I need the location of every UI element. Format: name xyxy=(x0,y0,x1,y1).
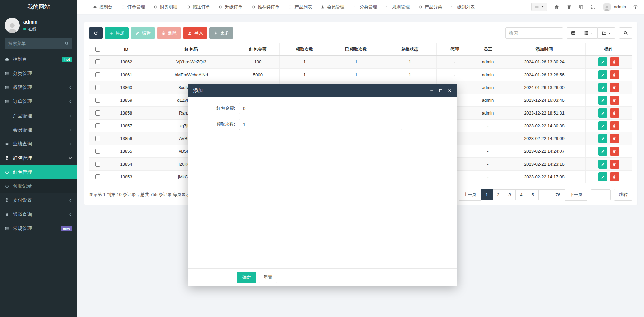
row-edit-button[interactable] xyxy=(598,134,607,143)
row-edit-button[interactable] xyxy=(598,160,607,169)
row-delete-button[interactable] xyxy=(610,134,619,143)
pagination-page-2[interactable]: 2 xyxy=(493,189,504,200)
row-delete-button[interactable] xyxy=(610,70,619,79)
sidebar-item-payment[interactable]: 支付设置 xyxy=(0,193,77,208)
sidebar-item-category[interactable]: 分类管理 xyxy=(0,66,77,81)
pagination-jump-input[interactable] xyxy=(591,189,611,200)
row-edit-button[interactable] xyxy=(598,70,607,79)
row-edit-button[interactable] xyxy=(598,83,607,92)
sidebar-item-auth[interactable]: 权限管理 xyxy=(0,81,77,95)
user-menu[interactable]: admin xyxy=(603,3,626,11)
topnav-item-category-manage[interactable]: 分类管理 xyxy=(349,0,381,14)
field-input-0[interactable] xyxy=(239,103,402,114)
sidebar-item-redpacket[interactable]: 红包管理 xyxy=(0,151,77,165)
sidebar-item-product[interactable]: 产品管理 xyxy=(0,109,77,123)
reset-button[interactable]: 重置 xyxy=(259,272,277,283)
row-checkbox[interactable] xyxy=(95,85,100,90)
file-icon[interactable] xyxy=(579,4,584,9)
pagination-next[interactable]: 下一页 xyxy=(565,189,587,201)
topnav-item-product-list[interactable]: 产品列表 xyxy=(284,0,316,14)
home-icon[interactable] xyxy=(554,4,559,9)
row-checkbox[interactable] xyxy=(95,72,100,77)
topnav-item-dashboard[interactable]: 控制台 xyxy=(89,0,117,14)
row-checkbox[interactable] xyxy=(95,162,100,167)
row-edit-button[interactable] xyxy=(598,147,607,156)
topnav-item-rule-manage[interactable]: 规则管理 xyxy=(381,0,414,14)
settings-gear-icon[interactable] xyxy=(633,4,638,9)
user-status: 在线 xyxy=(23,26,37,32)
delete-button[interactable]: 删除 xyxy=(157,27,181,39)
pagination-jump-button[interactable]: 跳转 xyxy=(614,189,632,201)
pagination-page-5[interactable]: 5 xyxy=(527,189,538,200)
topnav-item-finance-detail[interactable]: 财务明细 xyxy=(149,0,182,14)
row-checkbox[interactable] xyxy=(95,136,100,141)
sidebar-item-channel[interactable]: 通道查询 xyxy=(0,208,77,222)
topnav-item-gift-order[interactable]: 赠送订单 xyxy=(182,0,214,14)
detail-view-button[interactable] xyxy=(567,27,580,39)
row-checkbox[interactable] xyxy=(95,174,100,179)
row-delete-button[interactable] xyxy=(610,147,619,156)
pagination-prev[interactable]: 上一页 xyxy=(459,189,481,201)
dialog-header[interactable]: 添加 xyxy=(188,84,457,97)
trash-icon[interactable] xyxy=(567,4,572,9)
refresh-button[interactable] xyxy=(89,27,103,39)
row-checkbox[interactable] xyxy=(95,110,100,116)
add-button[interactable]: 添加 xyxy=(105,27,129,39)
row-checkbox[interactable] xyxy=(95,149,100,154)
row-edit-button[interactable] xyxy=(598,108,607,118)
sidebar-item-general[interactable]: 常规管理new xyxy=(0,222,77,236)
search-button[interactable] xyxy=(619,27,632,39)
topnav-item-level-list[interactable]: 级别列表 xyxy=(446,0,479,14)
topnav-item-order-manage[interactable]: 订单管理 xyxy=(117,0,149,14)
sidebar-item-dashboard[interactable]: 控制台hot xyxy=(0,52,77,66)
topnav-item-referral-order[interactable]: 推荐奖订单 xyxy=(247,0,284,14)
minimize-icon[interactable] xyxy=(430,89,434,93)
sidebar-item-order[interactable]: 订单管理 xyxy=(0,95,77,109)
pagination-page-4[interactable]: 4 xyxy=(516,189,527,200)
more-button[interactable]: 更多 xyxy=(209,27,233,39)
row-checkbox[interactable] xyxy=(95,59,100,64)
import-button[interactable]: 导入 xyxy=(183,27,207,39)
row-edit-button[interactable] xyxy=(598,172,607,181)
row-delete-button[interactable] xyxy=(610,83,619,92)
export-button[interactable] xyxy=(597,27,615,39)
topnav-item-member-manage[interactable]: 会员管理 xyxy=(316,0,349,14)
fullscreen-icon[interactable] xyxy=(591,4,596,9)
topnav-item-product-category[interactable]: 产品分类 xyxy=(414,0,446,14)
col-header: 红包金额 xyxy=(236,43,280,56)
select-all-checkbox[interactable] xyxy=(95,47,100,52)
circle-icon xyxy=(418,5,422,9)
close-icon[interactable] xyxy=(448,89,452,93)
maximize-icon[interactable] xyxy=(439,89,443,93)
sidebar-item-redpacket-records[interactable]: 领取记录 xyxy=(0,179,77,193)
sidebar-item-label: 控制台 xyxy=(13,56,58,62)
row-delete-button[interactable] xyxy=(610,57,619,66)
row-delete-button[interactable] xyxy=(610,96,619,105)
row-delete-button[interactable] xyxy=(610,160,619,169)
nav-more-button[interactable] xyxy=(531,3,547,11)
row-delete-button[interactable] xyxy=(610,108,619,118)
sidebar-search-input[interactable] xyxy=(5,38,72,49)
edit-button[interactable]: 编辑 xyxy=(131,27,155,39)
hamburger-icon[interactable] xyxy=(77,4,89,9)
pagination-page-1[interactable]: 1 xyxy=(481,189,493,200)
columns-button[interactable] xyxy=(580,27,597,39)
row-edit-button[interactable] xyxy=(598,121,607,130)
row-edit-button[interactable] xyxy=(598,96,607,105)
sidebar-item-member[interactable]: 会员管理 xyxy=(0,123,77,137)
pagination-page-3[interactable]: 3 xyxy=(504,189,516,200)
row-checkbox[interactable] xyxy=(95,98,100,103)
username-label: admin xyxy=(614,4,626,9)
row-delete-button[interactable] xyxy=(610,121,619,130)
sidebar-item-redpacket-manage[interactable]: 红包管理 xyxy=(0,165,77,179)
pagination-page-76[interactable]: 76 xyxy=(551,189,565,200)
row-checkbox[interactable] xyxy=(95,123,100,128)
sidebar-item-performance[interactable]: 业绩查询 xyxy=(0,137,77,151)
table-search-input[interactable] xyxy=(505,27,563,39)
topnav-item-upgrade-order[interactable]: 升级订单 xyxy=(214,0,247,14)
field-input-1[interactable] xyxy=(239,119,402,130)
sidebar-item-label: 订单管理 xyxy=(13,99,65,105)
row-edit-button[interactable] xyxy=(598,57,607,66)
row-delete-button[interactable] xyxy=(610,172,619,181)
confirm-button[interactable]: 确定 xyxy=(237,272,256,283)
